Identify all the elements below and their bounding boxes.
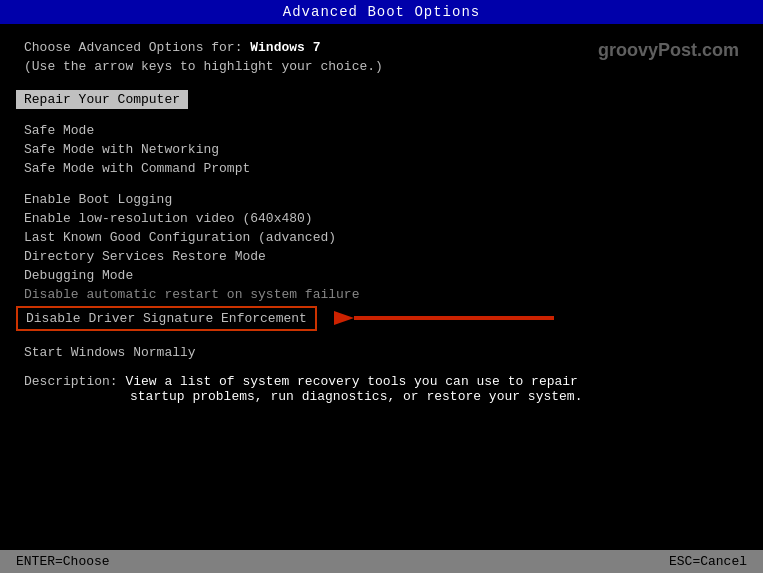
menu-item-repair[interactable]: Repair Your Computer xyxy=(16,90,188,109)
arrow-icon xyxy=(334,298,554,348)
menu-item-boot-logging[interactable]: Enable Boot Logging xyxy=(24,190,739,209)
menu-item-safe-mode[interactable]: Safe Mode xyxy=(24,121,739,140)
title-bar: Advanced Boot Options xyxy=(0,0,763,24)
description-text2: startup problems, run diagnostics, or re… xyxy=(130,389,582,404)
menu-item-low-res[interactable]: Enable low-resolution video (640x480) xyxy=(24,209,739,228)
description-box: Description: View a list of system recov… xyxy=(24,374,739,404)
menu-item-directory[interactable]: Directory Services Restore Mode xyxy=(24,247,739,266)
header-line2: (Use the arrow keys to highlight your ch… xyxy=(24,59,739,74)
bottom-esc: ESC=Cancel xyxy=(669,554,747,569)
description-text1: View a list of system recovery tools you… xyxy=(125,374,577,389)
content-area: groovyPost.com Choose Advanced Options f… xyxy=(0,24,763,420)
header-prefix: Choose Advanced Options for: xyxy=(24,40,250,55)
bottom-bar: ENTER=Choose ESC=Cancel xyxy=(0,550,763,573)
bottom-enter: ENTER=Choose xyxy=(16,554,110,569)
menu-item-disable-driver-container: Disable Driver Signature Enforcement xyxy=(24,306,317,331)
description-label: Description: xyxy=(24,374,125,389)
menu-item-last-known[interactable]: Last Known Good Configuration (advanced) xyxy=(24,228,739,247)
menu-item-safe-mode-network[interactable]: Safe Mode with Networking xyxy=(24,140,739,159)
menu-item-disable-driver[interactable]: Disable Driver Signature Enforcement xyxy=(16,306,317,331)
menu-list: Repair Your Computer Safe Mode Safe Mode… xyxy=(24,90,739,362)
menu-item-debugging[interactable]: Debugging Mode xyxy=(24,266,739,285)
header-os: Windows 7 xyxy=(250,40,320,55)
menu-item-safe-mode-cmd[interactable]: Safe Mode with Command Prompt xyxy=(24,159,739,178)
watermark: groovyPost.com xyxy=(598,40,739,61)
